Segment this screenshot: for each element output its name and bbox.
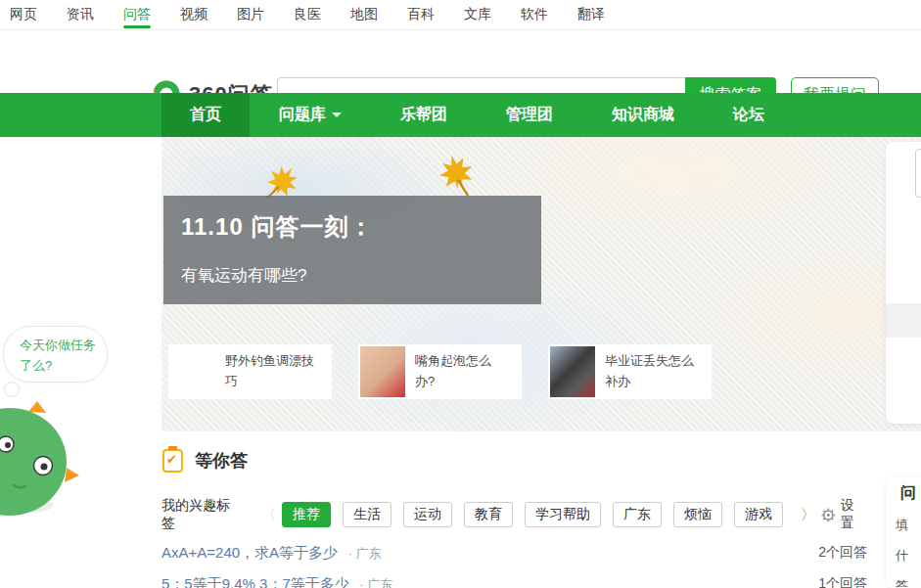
feature-card-diploma-image	[550, 346, 595, 397]
main-nav-admin-group[interactable]: 管理团	[477, 93, 582, 137]
right-panel-heading: 问	[886, 483, 921, 504]
right-panel-line[interactable]: 填	[886, 517, 921, 534]
main-nav-help-group-label: 乐帮团	[400, 105, 447, 125]
main-nav-help-group[interactable]: 乐帮团	[371, 93, 477, 137]
mascot-speech-bubble[interactable]: 今天你做任务了么?	[3, 326, 108, 383]
wait-section-header: ✔ 等你答	[162, 449, 248, 473]
tags-prev-icon[interactable]: 〈	[261, 506, 276, 524]
daily-question-text[interactable]: 有氧运动有哪些?	[181, 264, 524, 287]
question-link[interactable]: AxA+A=240，求A等于多少	[161, 544, 338, 561]
main-nav-home[interactable]: 首页	[161, 93, 250, 137]
question-row: AxA+A=240，求A等于多少 · 广东 2个回答	[161, 540, 867, 565]
main-nav-home-label: 首页	[190, 105, 221, 125]
check-glyph: ✔	[166, 452, 177, 467]
services-nav-software[interactable]: 软件	[519, 0, 550, 29]
tag-recommended[interactable]: 推荐	[282, 502, 331, 527]
services-nav-encyclopedia[interactable]: 百科	[405, 0, 437, 29]
main-nav: 首页 问题库 乐帮团 管理团 知识商城 论坛	[0, 93, 921, 137]
services-nav-news[interactable]: 资讯	[65, 0, 96, 29]
mascot-speech-bubble-tail	[4, 382, 20, 397]
interest-tags-label: 我的兴趣标签	[161, 497, 242, 532]
right-panel-line[interactable]: 什	[886, 547, 921, 565]
tag-settings[interactable]: 设置	[821, 497, 867, 532]
interest-tags-row: 我的兴趣标签 〈 推荐 生活 运动 教育 学习帮助 广东 烦恼 游戏 〉 设置	[161, 497, 867, 532]
daily-question-title: 11.10 问答一刻：	[181, 211, 524, 243]
services-nav-webpage[interactable]: 网页	[8, 0, 39, 29]
tags-next-icon[interactable]: 〉	[801, 506, 815, 524]
main-nav-forum-label: 论坛	[733, 105, 764, 125]
feature-card-title: 嘴角起泡怎么办?	[407, 344, 509, 399]
answer-count: 1个回答	[818, 575, 867, 588]
clipboard-check-icon: ✔	[162, 449, 183, 473]
feature-card-title: 毕业证丢失怎么补办	[597, 344, 699, 399]
question-location: · 广东	[348, 546, 382, 561]
main-nav-knowledge-mall[interactable]: 知识商城	[582, 93, 704, 137]
feature-card-lip-blister-image	[360, 346, 405, 397]
question-row: 5：5等于9.4% 3：7等于多少 · 广东 1个回答	[161, 571, 867, 588]
tag-guangdong[interactable]: 广东	[613, 502, 662, 527]
services-nav-doctor[interactable]: 良医	[292, 0, 323, 29]
header: 360问答 搜索答案 我要提问	[0, 31, 921, 93]
main-nav-forum[interactable]: 论坛	[704, 93, 794, 137]
main-nav-admin-group-label: 管理团	[506, 105, 553, 125]
wait-section-title: 等你答	[195, 449, 248, 473]
feature-card-fishing[interactable]: 野外钓鱼调漂技巧	[168, 344, 332, 399]
gear-icon	[821, 508, 836, 522]
tag-games[interactable]: 游戏	[734, 502, 783, 527]
tag-troubles[interactable]: 烦恼	[673, 502, 722, 527]
chevron-down-icon	[332, 113, 342, 117]
daily-question-box: 11.10 问答一刻： 有氧运动有哪些?	[163, 196, 541, 304]
answer-count: 2个回答	[818, 544, 867, 562]
tag-education[interactable]: 教育	[464, 502, 513, 527]
services-nav-qa[interactable]: 问答	[121, 0, 153, 29]
main-nav-knowledge-mall-label: 知识商城	[612, 105, 674, 125]
main-nav-question-bank[interactable]: 问题库	[250, 93, 371, 137]
tag-study-help[interactable]: 学习帮助	[525, 502, 601, 527]
services-nav-translate[interactable]: 翻译	[576, 0, 607, 29]
tag-life[interactable]: 生活	[343, 502, 391, 527]
right-panel-divider-strip	[886, 303, 921, 338]
feature-card-fishing-image	[170, 346, 215, 397]
settings-label: 设置	[841, 497, 867, 532]
services-nav-library[interactable]: 文库	[462, 0, 493, 29]
question-location: · 广东	[359, 577, 392, 588]
right-panel-bottom: 问 填 什 答	[886, 477, 921, 588]
feature-cards: 野外钓鱼调漂技巧 嘴角起泡怎么办? 毕业证丢失怎么补办	[168, 344, 712, 399]
question-link[interactable]: 5：5等于9.4% 3：7等于多少	[161, 575, 349, 588]
services-nav-video[interactable]: 视频	[178, 0, 209, 29]
services-nav: 网页 资讯 问答 视频 图片 良医 地图 百科 文库 软件 翻译	[0, 0, 921, 30]
page: 网页 资讯 问答 视频 图片 良医 地图 百科 文库 软件 翻译 360问答 搜…	[0, 0, 921, 588]
main-nav-question-bank-label: 问题库	[279, 105, 326, 125]
tag-sports[interactable]: 运动	[403, 502, 452, 527]
feature-card-title: 野外钓鱼调漂技巧	[217, 344, 319, 399]
banner: 11.10 问答一刻： 有氧运动有哪些? 野外钓鱼调漂技巧 嘴角起泡怎么办? 毕…	[161, 137, 921, 431]
mascot-monster[interactable]	[0, 399, 86, 517]
right-panel-input-fragment[interactable]	[915, 149, 921, 198]
services-nav-images[interactable]: 图片	[235, 0, 266, 29]
feature-card-diploma[interactable]: 毕业证丢失怎么补办	[548, 344, 712, 399]
right-panel-line[interactable]: 答	[886, 577, 921, 588]
feature-card-lip-blister[interactable]: 嘴角起泡怎么办?	[358, 344, 522, 399]
services-nav-maps[interactable]: 地图	[348, 0, 380, 29]
right-panel-top	[886, 142, 921, 424]
